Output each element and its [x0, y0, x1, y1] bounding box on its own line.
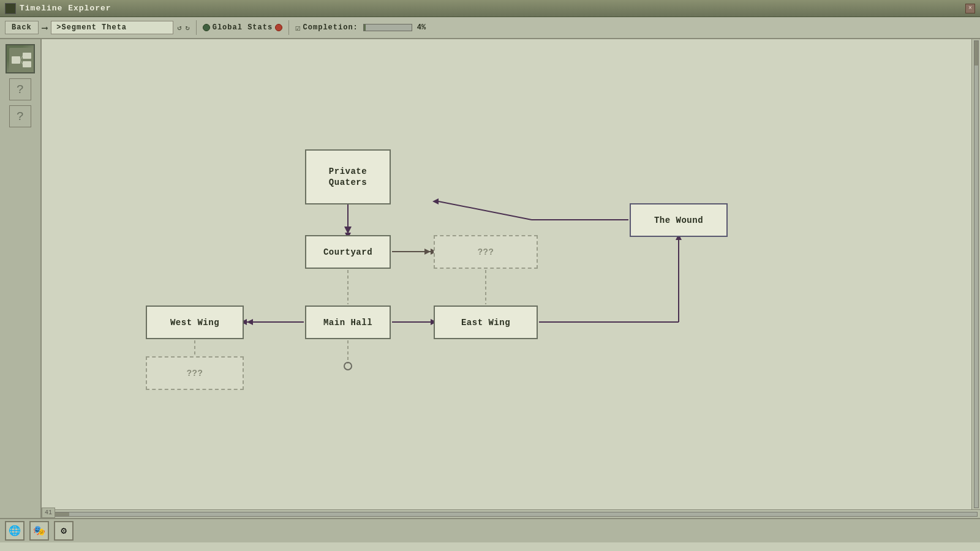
back-button[interactable]: Back [5, 21, 39, 34]
titlebar: Timeline Explorer × [0, 0, 980, 17]
bottom-toolbar: 🌐 🎭 ⚙ [0, 518, 980, 542]
completion-checkmark-icon: ☑ [295, 23, 300, 33]
hscroll-track[interactable] [44, 512, 978, 517]
bottom-btn-3[interactable]: ⚙ [54, 521, 74, 541]
svg-marker-23 [432, 198, 439, 204]
node-east-wing[interactable]: East Wing [434, 305, 538, 339]
globe-icon: 🌐 [9, 525, 21, 537]
vscroll-thumb[interactable] [974, 41, 978, 66]
graph-svg [42, 39, 971, 509]
horizontal-scrollbar[interactable] [42, 509, 980, 518]
node-west-wing-label: West Wing [170, 318, 219, 328]
sidebar: ? ? [0, 39, 42, 518]
node-unknown-1-label: ??? [478, 247, 494, 257]
node-private-quarters[interactable]: PrivateQuaters [305, 149, 391, 204]
completion-group: ☑ Completion: 4% [295, 23, 426, 33]
sidebar-item-2[interactable]: ? [9, 105, 31, 127]
svg-line-22 [439, 201, 532, 220]
svg-marker-9 [424, 249, 431, 255]
node-unknown-2[interactable]: ??? [146, 356, 244, 390]
node-private-quarters-label: PrivateQuaters [329, 166, 367, 188]
node-courtyard[interactable]: Courtyard [305, 235, 391, 269]
svg-marker-14 [247, 319, 253, 325]
vertical-scrollbar[interactable] [971, 39, 980, 509]
svg-rect-3 [23, 61, 31, 67]
node-the-wound[interactable]: The Wound [630, 203, 728, 237]
node-courtyard-label: Courtyard [323, 247, 372, 257]
node-main-hall-label: Main Hall [323, 318, 372, 328]
app-icon [5, 3, 16, 14]
red-dot-icon [275, 24, 282, 31]
app-title: Timeline Explorer [20, 4, 111, 13]
svg-point-25 [344, 362, 352, 370]
close-button[interactable]: × [965, 4, 975, 13]
divider-1 [196, 20, 197, 35]
green-dot-icon [203, 24, 210, 31]
vscroll-track[interactable] [974, 40, 979, 508]
refresh-left-icon[interactable]: ↺ [177, 23, 181, 32]
completion-label: Completion: [303, 23, 358, 32]
completion-bar-fill [364, 24, 366, 31]
node-east-wing-label: East Wing [461, 318, 510, 328]
mask-icon: 🎭 [33, 525, 45, 537]
toolbar: Back ⟶ ↺ ↻ Global Stats ☑ Completion: 4% [0, 17, 980, 39]
node-west-wing[interactable]: West Wing [146, 305, 244, 339]
settings-icon: ⚙ [61, 525, 67, 537]
completion-bar [363, 24, 412, 31]
completion-pct: 4% [417, 23, 426, 32]
node-unknown-2-label: ??? [187, 369, 203, 378]
main-layout: ? ? [0, 39, 980, 518]
bottom-btn-2[interactable]: 🎭 [29, 521, 49, 541]
divider-2 [288, 20, 289, 35]
global-stats-label[interactable]: Global Stats [213, 23, 273, 32]
svg-rect-1 [12, 56, 20, 64]
sidebar-thumbnail[interactable] [6, 44, 35, 73]
node-unknown-1[interactable]: ??? [434, 235, 538, 269]
segment-input[interactable] [51, 21, 173, 34]
graph-canvas: PrivateQuaters Courtyard ??? The Wound W… [42, 39, 971, 509]
page-number: 41 [42, 508, 55, 518]
bottom-btn-1[interactable]: 🌐 [5, 521, 24, 541]
node-the-wound-label: The Wound [654, 216, 703, 225]
node-main-hall[interactable]: Main Hall [305, 305, 391, 339]
forward-arrow-icon: ⟶ [42, 23, 47, 33]
sidebar-item-1[interactable]: ? [9, 78, 31, 100]
refresh-right-icon[interactable]: ↻ [185, 23, 189, 32]
svg-rect-2 [23, 53, 31, 59]
global-stats-group: Global Stats [203, 23, 282, 32]
